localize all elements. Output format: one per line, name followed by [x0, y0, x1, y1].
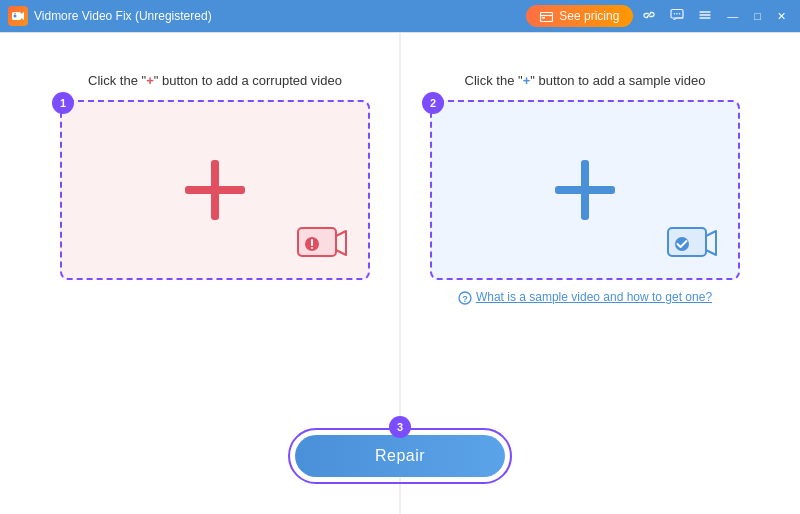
maximize-button[interactable]: □ [748, 8, 767, 24]
pricing-button[interactable]: See pricing [526, 5, 633, 27]
sample-video-dropzone[interactable]: 2 [430, 100, 740, 280]
titlebar: Vidmore Video Fix (Unregistered) See pri… [0, 0, 800, 32]
right-panel-instruction: Click the "+" button to add a sample vid… [465, 73, 706, 88]
svg-point-9 [679, 12, 681, 14]
svg-text:?: ? [462, 294, 468, 304]
sample-camera-icon [664, 218, 720, 264]
pricing-label: See pricing [559, 9, 619, 23]
menu-icon[interactable] [693, 6, 717, 27]
close-button[interactable]: ✕ [771, 8, 792, 25]
repair-wrapper: 3 Repair [288, 428, 512, 484]
help-icon: ? [458, 291, 472, 308]
corrupted-camera-icon [294, 218, 350, 264]
panels-row: Click the "+" button to add a corrupted … [30, 73, 770, 408]
help-link-text: What is a sample video and how to get on… [476, 290, 712, 304]
svg-point-8 [677, 12, 679, 14]
right-panel: Click the "+" button to add a sample vid… [400, 73, 770, 408]
svg-point-7 [674, 12, 676, 14]
link-icon[interactable] [637, 6, 661, 27]
sample-video-help[interactable]: ? What is a sample video and how to get … [458, 290, 712, 308]
svg-point-17 [311, 247, 313, 249]
repair-section: 3 Repair [30, 428, 770, 484]
chat-icon[interactable] [665, 6, 689, 27]
svg-point-2 [14, 15, 17, 18]
app-title: Vidmore Video Fix (Unregistered) [34, 9, 212, 23]
left-panel-instruction: Click the "+" button to add a corrupted … [88, 73, 342, 88]
add-corrupted-icon [185, 160, 245, 220]
svg-rect-5 [542, 17, 545, 19]
add-sample-icon [555, 160, 615, 220]
left-panel: Click the "+" button to add a corrupted … [30, 73, 400, 408]
corrupted-video-dropzone[interactable]: 1 [60, 100, 370, 280]
titlebar-right: See pricing — □ ✕ [526, 5, 792, 27]
titlebar-left: Vidmore Video Fix (Unregistered) [8, 6, 212, 26]
main-content: Click the "+" button to add a corrupted … [0, 33, 800, 514]
minimize-button[interactable]: — [721, 8, 744, 24]
svg-rect-4 [541, 12, 553, 21]
step-badge-3: 3 [389, 416, 411, 438]
svg-marker-1 [21, 12, 24, 20]
app-logo [8, 6, 28, 26]
step-badge-1: 1 [52, 92, 74, 114]
repair-button[interactable]: Repair [295, 435, 505, 477]
step-badge-2: 2 [422, 92, 444, 114]
